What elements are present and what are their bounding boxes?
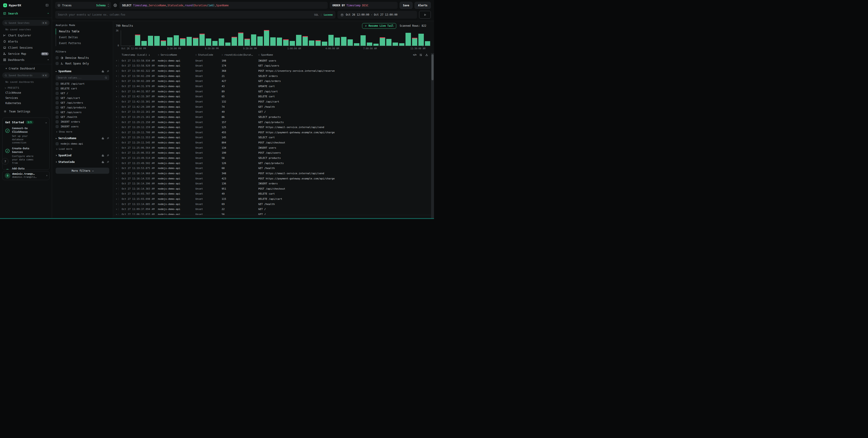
- user-profile[interactable]: D dominic.tran@c… dominic.tran@cli…: [2, 171, 50, 180]
- checkbox[interactable]: [56, 106, 59, 109]
- run-query-button[interactable]: [419, 11, 431, 19]
- table-row[interactable]: Oct 27 11:19:53.875 AMnodejs-demo-apiUns…: [116, 166, 431, 171]
- histogram-bar[interactable]: [135, 35, 140, 46]
- pin-icon[interactable]: [106, 154, 109, 157]
- table-row[interactable]: Oct 27 11:29:11.553 AMnodejs-demo-apiUns…: [116, 135, 431, 140]
- row-expand-icon[interactable]: [116, 152, 122, 154]
- histogram-bar[interactable]: [277, 37, 282, 46]
- spankind-group-header[interactable]: SpanKind: [56, 154, 109, 157]
- row-expand-icon[interactable]: [116, 136, 122, 139]
- histogram-bar[interactable]: [206, 38, 211, 46]
- row-expand-icon[interactable]: [116, 85, 122, 88]
- histogram-bar[interactable]: [174, 35, 179, 46]
- histogram-bar[interactable]: [322, 41, 327, 46]
- histogram-bar[interactable]: [296, 35, 301, 46]
- filter-value-item[interactable]: GET /api/products: [56, 105, 109, 110]
- pin-icon[interactable]: [106, 137, 109, 140]
- table-row[interactable]: Oct 27 11:13:14.885 AMnodejs-demo-apiUns…: [116, 202, 431, 207]
- histogram-bar[interactable]: [199, 34, 205, 46]
- table-row[interactable]: Oct 27 11:50:02.322 AMnodejs-demo-apiUns…: [116, 68, 431, 74]
- orderby-query-input[interactable]: ORDER BY Timestamp DESC: [330, 2, 398, 9]
- table-row[interactable]: Oct 27 11:50:02.299 AMnodejs-demo-apiUns…: [116, 74, 431, 79]
- filter-value-item[interactable]: GET /health: [56, 115, 109, 119]
- histogram-bar[interactable]: [283, 40, 288, 46]
- table-row[interactable]: Oct 27 11:42:33.307 AMnodejs-demo-apiUns…: [116, 94, 431, 99]
- row-expand-icon[interactable]: [116, 198, 122, 200]
- chart-icon[interactable]: [101, 70, 104, 72]
- table-row[interactable]: Oct 27 11:15:03.698 AMnodejs-demo-apiUns…: [116, 196, 431, 202]
- row-expand-icon[interactable]: [116, 167, 122, 170]
- histogram-bar[interactable]: [399, 43, 404, 46]
- histogram-bar[interactable]: [367, 42, 372, 46]
- row-expand-icon[interactable]: [116, 116, 122, 118]
- date-range-picker[interactable]: Oct 26 12:00:00 - Oct 27 12:00:00: [337, 11, 417, 19]
- spanname-show-more[interactable]: Show more: [56, 129, 109, 133]
- table-row[interactable]: Oct 27 11:16:14.383 AMnodejs-demo-apiUns…: [116, 186, 431, 192]
- column-statuscode[interactable]: ∷StatusCode: [195, 53, 222, 56]
- table-row[interactable]: Oct 27 11:29:12.159 AMnodejs-demo-apiUns…: [116, 125, 431, 130]
- chart-icon[interactable]: [101, 154, 104, 157]
- histogram-bar[interactable]: [412, 38, 417, 46]
- download-icon[interactable]: [425, 53, 428, 56]
- histogram-bar[interactable]: [361, 35, 366, 46]
- checkbox[interactable]: [56, 82, 59, 85]
- drag-handle-icon[interactable]: ∷: [158, 54, 159, 56]
- analysis-mode-event-patterns[interactable]: Event Patterns: [56, 40, 109, 46]
- histogram-bar[interactable]: [238, 33, 243, 46]
- checkbox[interactable]: [56, 116, 59, 119]
- checkbox[interactable]: [56, 111, 59, 114]
- get-started-item[interactable]: Connect to ClickHouseSet up your databas…: [5, 127, 46, 144]
- table-row[interactable]: Oct 27 11:25:06.564 AMnodejs-demo-apiUns…: [116, 145, 431, 150]
- drag-handle-icon[interactable]: ∷: [258, 54, 260, 56]
- histogram-bar[interactable]: [257, 36, 262, 46]
- sidebar-item-preset[interactable]: ClickHouse: [0, 90, 52, 95]
- column-timestamp[interactable]: Timestamp (Local)↓: [122, 53, 158, 56]
- histogram-bar[interactable]: [315, 41, 321, 46]
- statuscode-group-header[interactable]: StatusCode: [56, 160, 109, 164]
- row-expand-icon[interactable]: [116, 64, 122, 67]
- checkbox[interactable]: [56, 62, 59, 65]
- row-expand-icon[interactable]: [116, 177, 122, 180]
- histogram-bar[interactable]: [193, 38, 198, 46]
- histogram-bar[interactable]: [380, 38, 385, 46]
- filter-value-item[interactable]: GET /: [56, 91, 109, 96]
- servicename-group-header[interactable]: ServiceName: [56, 137, 109, 140]
- histogram-bar[interactable]: [180, 39, 185, 46]
- analysis-mode-results-table[interactable]: Results Table: [56, 29, 109, 34]
- row-expand-icon[interactable]: [116, 162, 122, 165]
- chart-icon[interactable]: [101, 137, 104, 140]
- sidebar-item-chart-explorer[interactable]: Chart Explorer: [0, 32, 52, 38]
- help-button[interactable]: ?: [2, 158, 9, 165]
- histogram-bar[interactable]: [270, 37, 276, 46]
- sidebar-item-team-settings[interactable]: Team Settings: [0, 108, 52, 115]
- histogram-bar[interactable]: [329, 35, 334, 46]
- histogram-bar[interactable]: [187, 37, 192, 46]
- root-spans-toggle[interactable]: Root Spans Only: [56, 61, 109, 66]
- histogram-bar[interactable]: [425, 41, 430, 46]
- table-row[interactable]: Oct 27 11:29:21.161 AMnodejs-demo-apiUns…: [116, 115, 431, 120]
- row-expand-icon[interactable]: [116, 141, 122, 144]
- histogram-bar[interactable]: [373, 43, 379, 46]
- column-duration[interactable]: ∷round(divide(Durat…: [222, 53, 258, 56]
- filter-value-item[interactable]: DELETE cart: [56, 86, 109, 91]
- checkbox[interactable]: [56, 120, 59, 123]
- row-expand-icon[interactable]: [116, 131, 122, 134]
- table-row[interactable]: Oct 27 11:06:33.033 AMnodejs-demo-apiUns…: [116, 212, 431, 215]
- histogram-bar[interactable]: [418, 34, 424, 46]
- histogram-bar[interactable]: [264, 31, 269, 46]
- spanname-search-input[interactable]: Search values...: [56, 75, 109, 80]
- table-row[interactable]: Oct 27 11:16:14.535 AMnodejs-demo-apiUns…: [116, 176, 431, 181]
- event-search-input[interactable]: Search your events w/ Lucene ex. column:…: [55, 11, 335, 19]
- chevron-up-icon[interactable]: [46, 120, 46, 124]
- histogram-bar[interactable]: [212, 41, 218, 46]
- select-query-input[interactable]: SELECT Timestamp,ServiceName,StatusCode,…: [119, 2, 328, 9]
- more-filters-button[interactable]: More filters: [56, 168, 109, 174]
- histogram-bar[interactable]: [148, 36, 153, 46]
- table-row[interactable]: Oct 27 11:42:33.301 AMnodejs-demo-apiUns…: [116, 99, 431, 104]
- sidebar-item-dashboards[interactable]: Dashboards: [0, 57, 52, 63]
- column-servicename[interactable]: ∷ServiceName: [158, 53, 195, 56]
- row-expand-icon[interactable]: [116, 208, 122, 210]
- checkbox[interactable]: [56, 97, 59, 99]
- get-started-item[interactable]: Add Data: [5, 167, 46, 170]
- table-row[interactable]: Oct 27 11:53:58.934 AMnodejs-demo-apiUns…: [116, 58, 431, 63]
